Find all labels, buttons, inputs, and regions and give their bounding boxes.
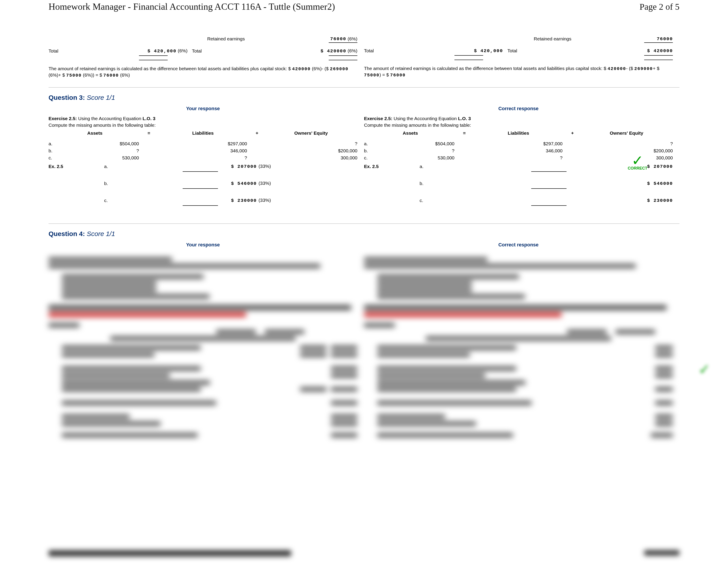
check-icon: ✓ (627, 156, 649, 165)
total-label-left: Total (364, 48, 374, 53)
retained-earnings-pct: (6%) (348, 36, 357, 41)
correct-response-header: Correct response (364, 242, 673, 248)
learning-objective: L.O. 3 (143, 116, 155, 121)
q2-your-response: Retained earnings 76000 (6%) Total $ 420… (49, 12, 364, 78)
table-row: a.$504,000$297,000? (364, 141, 673, 146)
retained-earnings-label: Retained earnings (207, 36, 245, 41)
q3-score: Score 1/1 (87, 94, 115, 101)
correct-badge: ✓ CORRECT (627, 156, 649, 171)
col-liabilities: Liabilities (157, 130, 249, 136)
total-value-right: $ 420000 (647, 48, 673, 53)
total-label-right: Total (192, 48, 202, 54)
question-4: Question 4: Score 1/1 Your response (49, 230, 679, 440)
correct-response-header: Correct response (364, 106, 673, 111)
underline (454, 60, 483, 60)
q2-explanation-correct: The amount of retained earnings is calcu… (364, 65, 673, 78)
page-indicator: Page 2 of 5 (640, 2, 679, 12)
question-3: Question 3: Score 1/1 ✓ CORRECT Your res… (49, 94, 679, 214)
q3-your-response: Your response Exercise 2.5: Using the Ac… (49, 106, 364, 214)
q4-title: Question 4: (49, 230, 87, 237)
underline (644, 60, 673, 60)
blurred-content (49, 252, 357, 440)
answer-c: $ 230000 (231, 198, 257, 203)
q3-title: Question 3: (49, 94, 87, 101)
q2-correct-response: Retained earnings 76000 Total $ 420,000 … (364, 12, 679, 78)
underline (329, 60, 357, 60)
underline (454, 55, 483, 56)
your-response-header: Your response (49, 242, 357, 248)
exercise-number: Exercise 2.5: (49, 116, 77, 121)
total-value-left: $ 420,000 (147, 49, 176, 54)
answer-c: $ 230000 (647, 198, 673, 203)
correct-label: CORRECT (627, 166, 649, 171)
total-pct-right: (6%) (348, 48, 357, 53)
blurred-footer (49, 550, 679, 556)
underline (644, 42, 673, 43)
q4-score: Score 1/1 (87, 230, 115, 237)
divider (49, 223, 679, 224)
underline (139, 55, 168, 56)
col-plus: + (249, 130, 265, 136)
table-row: b.?346,000$200,000 (49, 148, 357, 153)
answer-b: $ 546000 (647, 181, 673, 186)
table-row: b.?346,000$200,000 (364, 148, 673, 153)
underline (644, 55, 673, 56)
underline (531, 205, 567, 206)
answer-a: $ 207000 (647, 164, 673, 169)
underline (139, 60, 168, 60)
retained-earnings-value: 76000 (307, 36, 346, 41)
underline (531, 188, 567, 189)
answer-b: $ 546000 (231, 181, 257, 186)
table-row: c.530,000?300,000 (49, 155, 357, 160)
col-equals: = (141, 130, 157, 136)
col-assets: Assets (49, 130, 141, 136)
underline (183, 171, 218, 172)
total-label-left: Total (49, 48, 58, 54)
total-value-left: $ 420,000 (474, 48, 503, 53)
underline (329, 42, 357, 43)
total-value-right: $ 420000 (321, 49, 346, 54)
compute-instruction: Compute the missing amounts in the follo… (49, 122, 357, 128)
document-title: Homework Manager - Financial Accounting … (49, 1, 335, 12)
underline (531, 171, 567, 172)
retained-earnings-value: 76000 (633, 36, 673, 41)
your-response-header: Your response (49, 106, 357, 111)
blurred-content (364, 252, 673, 440)
col-owners-equity: Owners' Equity (265, 130, 357, 136)
total-label-right: Total (507, 48, 517, 53)
table-row: a.$504,000$297,000? (49, 141, 357, 146)
q2-explanation-your: The amount of retained earnings is calcu… (49, 66, 357, 78)
underline (329, 55, 357, 56)
underline (183, 205, 218, 206)
blurred-check-icon: ✓ (698, 361, 710, 378)
answer-a: $ 207000 (231, 164, 257, 169)
retained-earnings-label: Retained earnings (534, 36, 571, 41)
underline (183, 188, 218, 189)
divider (49, 87, 679, 88)
ex-short: Ex. 2.5 (49, 164, 104, 169)
total-pct-left: (6%) (178, 48, 188, 53)
